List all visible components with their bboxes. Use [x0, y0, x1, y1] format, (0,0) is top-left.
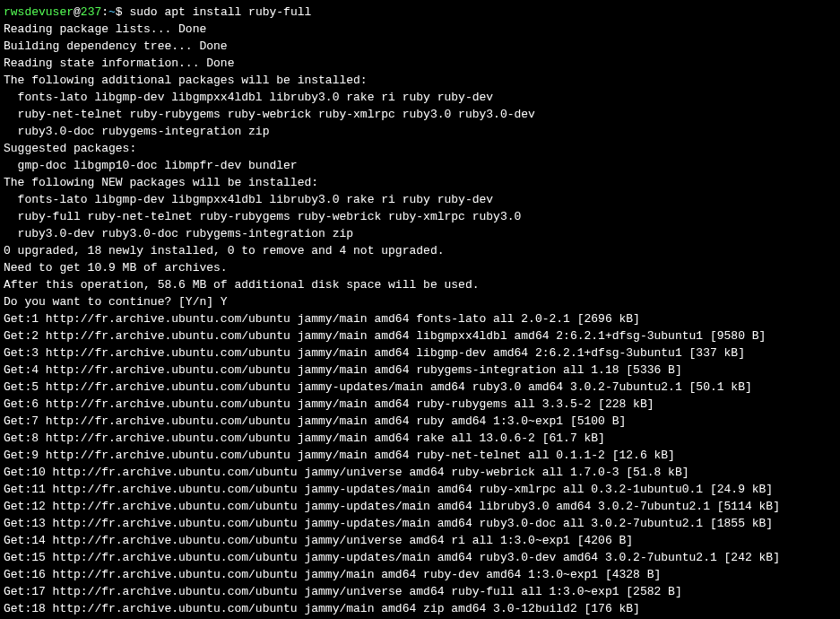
output-line: fonts-lato libgmp-dev libgmpxx4ldbl libr… [4, 89, 836, 106]
output-line: Get:17 http://fr.archive.ubuntu.com/ubun… [4, 583, 836, 600]
output-line: 0 upgraded, 18 newly installed, 0 to rem… [4, 242, 836, 259]
output-line: Get:12 http://fr.archive.ubuntu.com/ubun… [4, 498, 836, 515]
output-line: Get:11 http://fr.archive.ubuntu.com/ubun… [4, 481, 836, 498]
output-line: The following additional packages will b… [4, 72, 836, 89]
output-line: Get:9 http://fr.archive.ubuntu.com/ubunt… [4, 447, 836, 464]
prompt-dollar: $ [116, 5, 130, 19]
output-line: Reading package lists... Done [4, 21, 836, 38]
prompt-at: @ [74, 5, 81, 19]
output-line: Get:6 http://fr.archive.ubuntu.com/ubunt… [4, 396, 836, 413]
output-line: Building dependency tree... Done [4, 38, 836, 55]
output-line: Get:15 http://fr.archive.ubuntu.com/ubun… [4, 549, 836, 566]
output-line: ruby3.0-dev ruby3.0-doc rubygems-integra… [4, 225, 836, 242]
prompt-colon: : [101, 5, 108, 19]
output-line: Get:8 http://fr.archive.ubuntu.com/ubunt… [4, 430, 836, 447]
prompt-path: ~ [108, 5, 116, 19]
output-line: fonts-lato libgmp-dev libgmpxx4ldbl libr… [4, 191, 836, 208]
output-line: Get:1 http://fr.archive.ubuntu.com/ubunt… [4, 310, 836, 327]
output-line: ruby-full ruby-net-telnet ruby-rubygems … [4, 208, 836, 225]
output-line: Get:2 http://fr.archive.ubuntu.com/ubunt… [4, 327, 836, 344]
output-line: Reading state information... Done [4, 55, 836, 72]
output-line: Get:18 http://fr.archive.ubuntu.com/ubun… [4, 600, 836, 617]
output-line: Get:16 http://fr.archive.ubuntu.com/ubun… [4, 566, 836, 583]
output-line: After this operation, 58.6 MB of additio… [4, 276, 836, 293]
terminal-prompt-line: rwsdevuser@237:~$ sudo apt install ruby-… [4, 4, 836, 21]
output-line: ruby-net-telnet ruby-rubygems ruby-webri… [4, 106, 836, 123]
output-line: Get:5 http://fr.archive.ubuntu.com/ubunt… [4, 379, 836, 396]
output-line: Get:7 http://fr.archive.ubuntu.com/ubunt… [4, 413, 836, 430]
output-line: The following NEW packages will be insta… [4, 174, 836, 191]
output-line: ruby3.0-doc rubygems-integration zip [4, 123, 836, 140]
prompt-user: rwsdevuser [4, 5, 74, 19]
output-line: Get:3 http://fr.archive.ubuntu.com/ubunt… [4, 344, 836, 362]
output-line: Get:13 http://fr.archive.ubuntu.com/ubun… [4, 515, 836, 532]
output-line: Get:10 http://fr.archive.ubuntu.com/ubun… [4, 464, 836, 481]
output-line: Get:14 http://fr.archive.ubuntu.com/ubun… [4, 532, 836, 549]
output-line: Do you want to continue? [Y/n] Y [4, 293, 836, 310]
output-line: gmp-doc libgmp10-doc libmpfr-dev bundler [4, 157, 836, 174]
output-line: Get:4 http://fr.archive.ubuntu.com/ubunt… [4, 362, 836, 379]
command-text: sudo apt install ruby-full [129, 5, 311, 19]
output-line: Need to get 10.9 MB of archives. [4, 259, 836, 276]
prompt-host: 237 [81, 5, 101, 19]
output-line: Suggested packages: [4, 140, 836, 157]
